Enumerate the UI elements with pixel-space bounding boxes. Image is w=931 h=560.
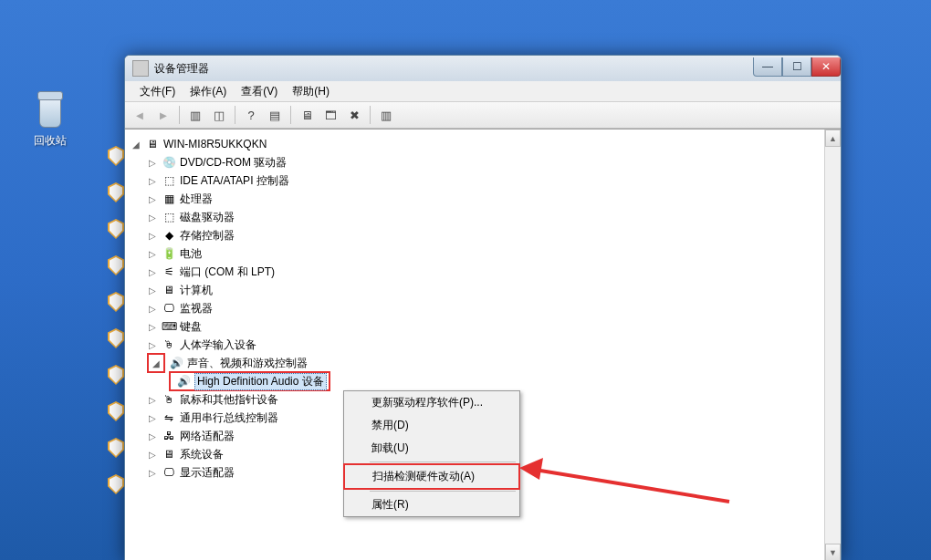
shield-column [108,146,124,511]
expand-icon[interactable]: ▷ [147,450,158,460]
toolbar-separator [179,106,180,124]
node-label: 磁盘驱动器 [180,210,235,225]
storage-icon: ◆ [162,228,176,243]
expand-icon[interactable]: ▷ [147,340,158,350]
tree-node-ide[interactable]: ▷⬚IDE ATA/ATAPI 控制器 [131,171,835,190]
computer-icon: 🖥 [162,283,176,297]
scroll-down-button[interactable]: ▼ [825,544,841,560]
node-label: 系统设备 [180,447,224,462]
root-label: WIN-MI8R5UKKQKN [163,138,267,150]
expand-icon[interactable]: ▷ [147,431,158,441]
window-icon [132,60,149,77]
menu-view[interactable]: 查看(V) [234,84,285,99]
expand-icon[interactable]: ▷ [147,213,158,223]
menu-separator [370,491,516,492]
expand-icon[interactable]: ▷ [147,267,158,277]
maximize-button[interactable]: ☐ [782,57,811,77]
menu-file[interactable]: 文件(F) [132,84,183,99]
disk-icon: ⬚ [162,210,176,224]
expand-icon[interactable]: ▷ [147,176,158,186]
scan-button[interactable]: 🗔 [319,104,341,126]
node-label: 计算机 [180,283,213,298]
refresh-button[interactable]: 🖥 [296,104,318,126]
tree-node-sound-child[interactable]: 🔊 High Definition Audio 设备 [131,372,835,390]
expand-icon[interactable]: ▷ [147,322,158,332]
expand-icon[interactable]: ▷ [147,285,158,296]
close-button[interactable]: ✕ [811,57,841,77]
node-label: 电池 [180,246,202,262]
tree-node-hid[interactable]: ▷🖰人体学输入设备 [131,336,835,354]
titlebar[interactable]: 设备管理器 — ☐ ✕ [125,56,841,81]
context-uninstall[interactable]: 卸载(U) [344,437,519,460]
sound-icon: 🔊 [169,356,183,370]
context-update-driver[interactable]: 更新驱动程序软件(P)... [344,391,519,414]
expand-icon[interactable]: ▷ [147,395,158,405]
shield-icon [108,146,124,166]
tool-button[interactable]: ? [240,104,262,126]
cpu-icon: ▦ [162,192,176,206]
recycle-bin-label: 回收站 [34,134,67,147]
toolbar-separator [290,106,291,124]
expand-icon[interactable]: ▷ [147,413,158,423]
menu-action[interactable]: 操作(A) [183,84,234,99]
forward-button[interactable]: ► [152,104,174,126]
expand-icon[interactable]: ▷ [147,158,158,168]
collapse-icon[interactable]: ◢ [131,140,141,150]
tree-node-dvd[interactable]: ▷💿DVD/CD-ROM 驱动器 [131,153,835,171]
shield-icon [108,401,124,421]
monitor-icon: 🖵 [162,301,176,316]
tree-node-storage[interactable]: ▷◆存储控制器 [131,226,835,244]
shield-icon [108,182,124,202]
context-properties[interactable]: 属性(R) [344,493,519,516]
tree-node-sound[interactable]: ◢ 🔊声音、视频和游戏控制器 [131,354,835,372]
dvd-icon: 💿 [162,155,176,170]
network-icon: 🖧 [162,429,176,443]
expand-icon[interactable]: ▷ [147,194,158,204]
collapse-icon[interactable]: ◢ [151,358,162,368]
back-button[interactable]: ◄ [129,104,151,126]
tree-node-cpu[interactable]: ▷▦处理器 [131,190,835,208]
tool-button[interactable]: ▥ [184,104,206,126]
tool-button[interactable]: ▤ [264,104,286,126]
menu-help[interactable]: 帮助(H) [285,84,337,99]
node-label: 鼠标和其他指针设备 [180,392,278,408]
tool-button[interactable]: ✖ [343,104,365,126]
tree-node-keyboard[interactable]: ▷⌨键盘 [131,317,835,336]
recycle-bin-icon [34,91,67,128]
context-disable[interactable]: 禁用(D) [344,414,519,437]
menubar: 文件(F) 操作(A) 查看(V) 帮助(H) [125,81,841,102]
tree-node-ports[interactable]: ▷⚟端口 (COM 和 LPT) [131,263,835,281]
selected-node-label: High Definition Audio 设备 [194,373,327,390]
expand-icon[interactable]: ▷ [147,468,158,478]
node-label: 通用串行总线控制器 [180,410,278,426]
mouse-icon: 🖱 [162,392,176,407]
scroll-up-button[interactable]: ▲ [825,130,841,147]
expand-icon[interactable]: ▷ [147,231,158,241]
ide-icon: ⬚ [162,173,176,188]
tool-button[interactable]: ▥ [375,104,397,126]
computer-icon: 🖥 [145,137,160,151]
tree-node-monitor[interactable]: ▷🖵监视器 [131,299,835,317]
toolbar-separator [235,106,235,124]
battery-icon: 🔋 [162,246,176,261]
usb-icon: ⇋ [162,410,176,425]
shield-icon [108,438,124,458]
context-menu: 更新驱动程序软件(P)... 禁用(D) 卸载(U) 扫描检测硬件改动(A) 属… [343,390,520,517]
tool-button[interactable]: ◫ [208,104,230,126]
expand-icon[interactable]: ▷ [147,249,158,259]
node-label: DVD/CD-ROM 驱动器 [180,155,287,171]
tree-node-battery[interactable]: ▷🔋电池 [131,244,835,263]
system-icon: 🖥 [162,447,176,461]
expand-icon[interactable]: ▷ [147,304,158,314]
toolbar: ◄ ► ▥ ◫ ? ▤ 🖥 🗔 ✖ ▥ [125,102,841,129]
vertical-scrollbar[interactable]: ▲ ▼ [824,130,841,560]
context-scan-hardware[interactable]: 扫描检测硬件改动(A) [343,463,520,490]
tree-root[interactable]: ◢ 🖥 WIN-MI8R5UKKQKN [131,135,835,153]
recycle-bin[interactable]: 回收站 [23,91,78,149]
tree-node-disk[interactable]: ▷⬚磁盘驱动器 [131,208,835,226]
tree-node-computer[interactable]: ▷🖥计算机 [131,281,835,299]
node-label: 人体学输入设备 [180,337,256,353]
minimize-button[interactable]: — [753,57,782,77]
shield-icon [108,328,124,348]
menu-separator [370,461,516,462]
